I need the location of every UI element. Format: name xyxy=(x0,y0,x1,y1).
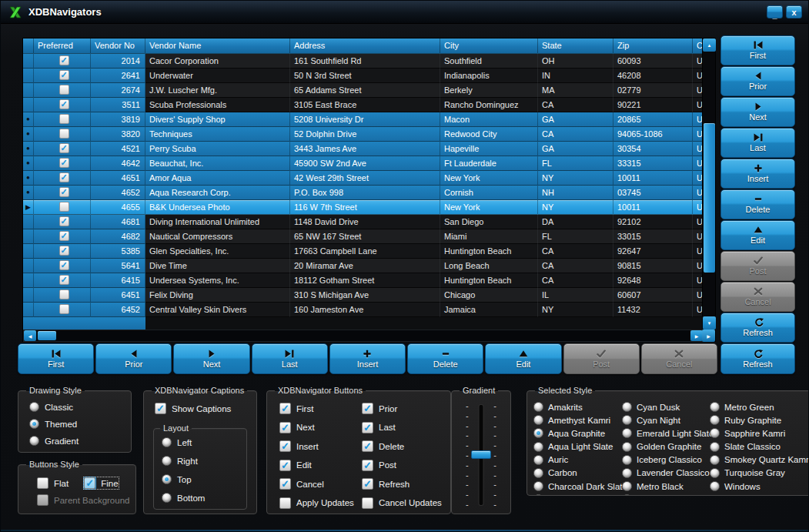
preferred-checkbox[interactable]: ✓ xyxy=(59,158,69,168)
preferred-checkbox[interactable] xyxy=(59,304,69,314)
radio-right[interactable]: Right xyxy=(162,456,242,466)
preferred-checkbox[interactable]: ✓ xyxy=(59,216,69,226)
side-nav-insert-button[interactable]: Insert xyxy=(720,159,795,189)
radio-themed[interactable]: Themed xyxy=(29,419,125,429)
checkbox-last[interactable]: ✓Last xyxy=(362,422,444,433)
table-row[interactable]: ✓6415Undersea Systems, Inc.18112 Gotham … xyxy=(23,273,704,288)
table-row[interactable]: ✓3511Scuba Professionals3105 East BraceR… xyxy=(23,98,704,112)
table-row[interactable]: ▶4655B&K Undersea Photo116 W 7th StreetN… xyxy=(23,200,704,215)
side-nav-last-button[interactable]: Last xyxy=(720,128,795,158)
checkbox-fine[interactable]: ✓Fine xyxy=(84,477,118,489)
radio-windows[interactable]: Windows xyxy=(710,481,809,491)
table-row[interactable]: ●✓4651Amor Aqua42 West 29th StreetNew Yo… xyxy=(23,171,704,186)
scroll-down-button[interactable]: ▼ xyxy=(703,316,716,330)
table-row[interactable]: ✓5641Dive Time20 Miramar AveLong BeachCA… xyxy=(23,259,704,273)
radio-amethyst-kamri[interactable]: Amethyst Kamri xyxy=(533,415,622,425)
side-nav-delete-button[interactable]: Delete xyxy=(720,189,795,219)
preferred-checkbox[interactable] xyxy=(59,202,69,212)
column-header-zip[interactable]: Zip xyxy=(613,38,693,54)
checkbox-delete[interactable]: ✓Delete xyxy=(362,440,444,452)
column-header-vendor_name[interactable]: Vendor Name xyxy=(145,38,290,54)
scroll-left-button[interactable]: ◀ xyxy=(24,330,36,341)
table-row[interactable]: ✓2641Underwater50 N 3rd StreetIndianapol… xyxy=(23,69,704,83)
radio-aqua-light-slate[interactable]: Aqua Light Slate xyxy=(533,442,622,452)
radio-classic[interactable]: Classic xyxy=(29,402,125,412)
column-header-preferred[interactable]: Preferred xyxy=(34,38,91,54)
horizontal-scrollbar[interactable]: ◀ ▶ xyxy=(23,330,704,342)
preferred-checkbox[interactable] xyxy=(59,114,69,124)
title-bar[interactable]: XDBNavigators _ x xyxy=(1,1,808,24)
radio-bottom[interactable]: Bottom xyxy=(162,493,242,503)
preferred-checkbox[interactable]: ✓ xyxy=(59,70,69,80)
column-header-state[interactable]: State xyxy=(538,38,613,54)
radio-top[interactable]: Top xyxy=(162,474,242,484)
column-header-city[interactable]: City xyxy=(440,38,538,54)
gradient-slider-thumb[interactable] xyxy=(471,450,491,459)
side-nav-prior-button[interactable]: Prior xyxy=(720,66,795,96)
scroll-right-button[interactable]: ▶ xyxy=(690,330,703,341)
gradient-slider[interactable]: ----------- ----------- xyxy=(458,403,504,507)
table-row[interactable]: ✓5385Glen Specialties, Inc.17663 Campbel… xyxy=(23,244,704,259)
radio-cyan-dusk[interactable]: Cyan Dusk xyxy=(622,402,710,412)
bottom-nav-edit-button[interactable]: Edit xyxy=(485,343,561,374)
bottom-nav-next-button[interactable]: Next xyxy=(173,343,249,374)
column-header-vendor_no[interactable]: Vendor No xyxy=(91,38,145,54)
checkbox-first[interactable]: ✓First xyxy=(279,403,362,414)
preferred-checkbox[interactable]: ✓ xyxy=(59,231,69,241)
side-nav-refresh-button[interactable]: Refresh xyxy=(720,313,795,343)
table-row[interactable]: ✓2014Cacor Corporation161 Southfield RdS… xyxy=(23,54,704,69)
radio-iceberg-classico[interactable]: Iceberg Classico xyxy=(622,455,710,465)
column-header-address[interactable]: Address xyxy=(290,38,440,54)
checkbox-refresh[interactable]: ✓Refresh xyxy=(362,478,444,490)
radio-smokey-quartz-kamri[interactable]: Smokey Quartz Kamri xyxy=(710,455,809,465)
preferred-checkbox[interactable] xyxy=(59,289,69,299)
radio-auric[interactable]: Auric xyxy=(533,455,622,465)
checkbox-edit[interactable]: ✓Edit xyxy=(279,460,362,471)
side-nav-first-button[interactable]: First xyxy=(720,35,795,65)
bottom-nav-prior-button[interactable]: Prior xyxy=(95,343,172,374)
bottom-nav-last-button[interactable]: Last xyxy=(252,343,328,374)
checkbox-flat[interactable]: Flat xyxy=(37,477,69,489)
preferred-checkbox[interactable]: ✓ xyxy=(59,172,69,182)
side-nav-next-button[interactable]: Next xyxy=(720,97,795,127)
bottom-nav-insert-button[interactable]: Insert xyxy=(329,343,406,374)
radio-turquoise-gray[interactable]: Turquoise Gray xyxy=(710,468,809,478)
checkbox-cancel[interactable]: ✓Cancel xyxy=(279,478,362,490)
checkbox-insert[interactable]: ✓Insert xyxy=(279,440,362,452)
radio-cobalt-xemedia[interactable]: Cobalt XEMedia xyxy=(533,494,622,496)
radio-carbon[interactable]: Carbon xyxy=(533,468,622,478)
bottom-nav-refresh-button[interactable]: Refresh xyxy=(720,343,795,374)
preferred-checkbox[interactable]: ✓ xyxy=(59,260,69,270)
table-row[interactable]: ●✓4652Aqua Research Corp.P.O. Box 998Cor… xyxy=(23,186,704,200)
close-button[interactable]: x xyxy=(786,5,802,18)
radio-metro-blue[interactable]: Metro Blue xyxy=(622,494,710,496)
preferred-checkbox[interactable]: ✓ xyxy=(59,143,69,153)
vertical-scroll-thumb[interactable] xyxy=(704,123,715,273)
vertical-scrollbar[interactable]: ▲ ▼ xyxy=(702,38,715,330)
radio-metro-black[interactable]: Metro Black xyxy=(622,481,710,491)
table-row[interactable]: 2674J.W. Luscher Mfg.65 Addams StreetBer… xyxy=(23,83,704,98)
checkbox-show-captions[interactable]: ✓Show Captions xyxy=(155,403,250,414)
radio-cyan-night[interactable]: Cyan Night xyxy=(622,415,710,425)
radio-left[interactable]: Left xyxy=(162,437,242,447)
preferred-checkbox[interactable]: ✓ xyxy=(59,99,69,109)
preferred-checkbox[interactable]: ✓ xyxy=(59,275,69,285)
side-nav-edit-button[interactable]: Edit xyxy=(720,220,795,250)
checkbox-post[interactable]: ✓Post xyxy=(362,460,444,471)
bottom-nav-first-button[interactable]: First xyxy=(18,343,94,374)
preferred-checkbox[interactable] xyxy=(59,85,69,95)
radio-charcoal-dark-slate[interactable]: Charcoal Dark Slate xyxy=(533,481,622,491)
preferred-checkbox[interactable]: ✓ xyxy=(59,55,69,65)
radio-amakrits[interactable]: Amakrits xyxy=(533,402,622,412)
preferred-checkbox[interactable] xyxy=(59,129,69,139)
table-row[interactable]: ●3819Divers' Supply Shop5208 University … xyxy=(23,112,704,127)
radio-sapphire-kamri[interactable]: Sapphire Kamri xyxy=(710,428,809,438)
preferred-checkbox[interactable]: ✓ xyxy=(59,246,69,256)
radio-slate-classico[interactable]: Slate Classico xyxy=(710,442,809,452)
table-row[interactable]: ●3820Techniques52 Dolphin DriveRedwood C… xyxy=(23,127,704,142)
preferred-checkbox[interactable]: ✓ xyxy=(59,187,69,197)
radio-emerald-light-slate[interactable]: Emerald Light Slate xyxy=(622,428,710,438)
checkbox-prior[interactable]: ✓Prior xyxy=(362,403,444,414)
bottom-nav-delete-button[interactable]: Delete xyxy=(407,343,483,374)
table-row[interactable]: ●✓4521Perry Scuba3443 James AveHapeville… xyxy=(23,142,704,156)
